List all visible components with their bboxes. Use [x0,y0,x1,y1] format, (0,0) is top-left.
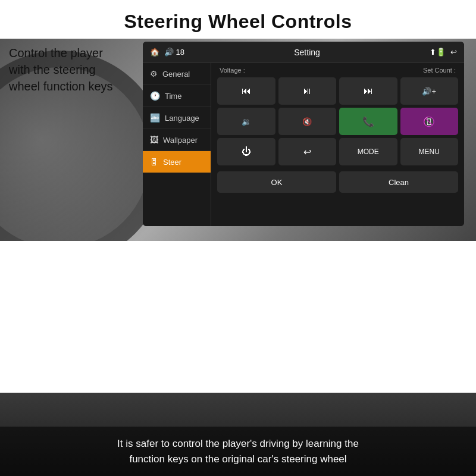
clean-btn[interactable]: Clean [339,171,458,193]
menu-btn[interactable]: MENU [400,138,459,165]
sidebar-item-general[interactable]: ⚙ General [143,63,211,85]
sidebar-item-wallpaper[interactable]: 🖼 Wallpaper [143,129,211,151]
sidebar-item-language[interactable]: 🔤 Language [143,107,211,129]
top-bar: 🏠 🔊 18 Setting ⬆🔋 ↩ [143,42,464,63]
next-track-btn[interactable]: ⏭ [339,77,397,105]
clock-icon: 🕐 [150,91,160,101]
labels-row: Voltage : Set Count : [217,67,458,74]
vol-down-btn[interactable]: 🔉 [217,108,275,135]
language-icon: 🔤 [150,113,160,123]
description-text: Control the player with the steering whe… [0,39,131,101]
top-bar-left: 🏠 🔊 18 [150,48,184,57]
back-icon[interactable]: ↩ [450,48,457,57]
back-btn[interactable]: ↩ [278,138,337,165]
set-count-label: Set Count : [423,67,456,74]
call-accept-btn[interactable]: 📞 [339,108,397,135]
gear-icon: ⚙ [150,69,158,79]
sidebar-item-steer[interactable]: 🎛 Steer [143,151,211,173]
sidebar: ⚙ General 🕐 Time 🔤 Language 🖼 Wallpaper … [143,63,211,226]
prev-track-btn[interactable]: ⏮ [217,77,275,105]
wallpaper-icon: 🖼 [150,135,158,145]
power-btn[interactable]: ⏻ [217,138,275,165]
buttons-grid: ⏮ ⏯ ⏭ 🔊+ 🔉 🔇 📞 📵 ⏻ ↩ MODE MENU [217,77,458,165]
screen-title: Setting [294,48,320,57]
page-title: Steering Wheel Controls [0,0,476,39]
play-pause-btn[interactable]: ⏯ [278,77,337,105]
call-reject-btn[interactable]: 📵 [400,108,459,135]
volume-display: 🔊 18 [164,48,184,57]
screenshot-panel: 🏠 🔊 18 Setting ⬆🔋 ↩ ⚙ General 🕐 Time [143,42,464,226]
action-row: OK Clean [217,171,458,193]
vol-up-btn[interactable]: 🔊+ [400,77,459,105]
steer-icon: 🎛 [150,157,158,167]
main-controls: Voltage : Set Count : ⏮ ⏯ ⏭ 🔊+ 🔉 🔇 📞 📵 ⏻… [211,63,464,226]
ok-btn[interactable]: OK [217,171,336,193]
signal-icon: ⬆🔋 [430,48,446,57]
content-area: ⚙ General 🕐 Time 🔤 Language 🖼 Wallpaper … [143,63,464,226]
mute-btn[interactable]: 🔇 [278,108,337,135]
top-bar-right: ⬆🔋 ↩ [430,48,457,57]
bottom-caption: It is safer to control the player's driv… [0,427,476,476]
sidebar-item-time[interactable]: 🕐 Time [143,85,211,107]
voltage-label: Voltage : [220,67,245,74]
mode-btn[interactable]: MODE [339,138,397,165]
home-icon[interactable]: 🏠 [150,48,159,57]
